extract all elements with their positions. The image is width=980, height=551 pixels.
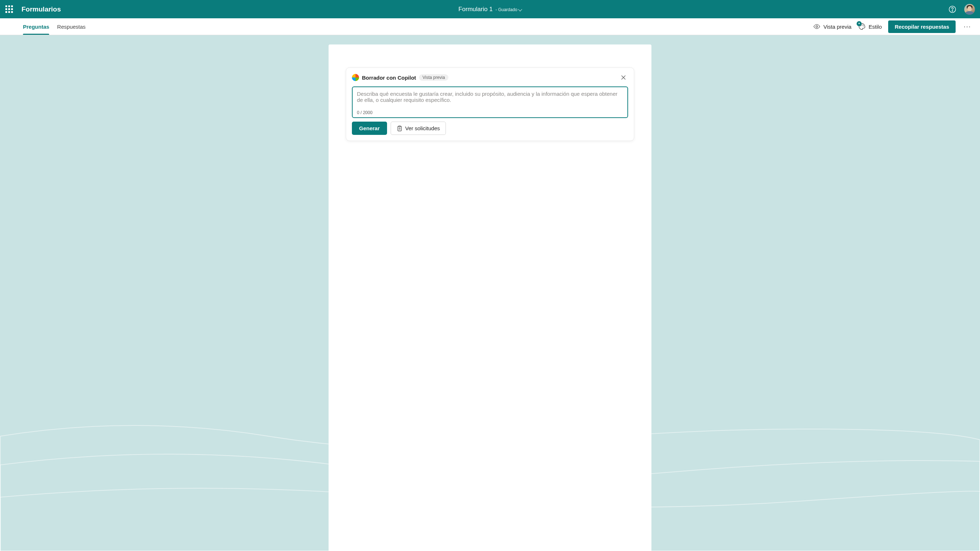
preview-button[interactable]: Vista previa <box>813 23 851 30</box>
chevron-down-icon <box>518 7 522 11</box>
more-options-button[interactable]: ··· <box>962 21 973 32</box>
app-name[interactable]: Formularios <box>22 5 61 13</box>
waffle-icon <box>5 5 13 13</box>
view-prompts-label: Ver solicitudes <box>405 125 440 131</box>
canvas-area: Borrador con Copilot Vista previa 0 / 20… <box>0 35 980 551</box>
view-prompts-button[interactable]: Ver solicitudes <box>391 122 446 135</box>
preview-badge: Vista previa <box>419 74 449 81</box>
svg-point-1 <box>952 10 953 11</box>
form-title: Formulario 1 <box>458 6 493 13</box>
clipboard-icon <box>397 126 402 131</box>
character-count: 0 / 2000 <box>357 110 623 115</box>
save-status-text: - Guardado <box>495 7 517 12</box>
close-icon <box>621 75 626 80</box>
prompt-input-container: 0 / 2000 <box>352 86 628 118</box>
style-button[interactable]: Estilo <box>858 22 882 30</box>
svg-point-4 <box>861 25 862 25</box>
copilot-card: Borrador con Copilot Vista previa 0 / 20… <box>346 67 634 141</box>
save-status: - Guardado <box>495 7 522 12</box>
copilot-title: Borrador con Copilot <box>362 75 416 81</box>
copilot-prompt-input[interactable] <box>357 91 623 108</box>
preview-label: Vista previa <box>823 24 851 30</box>
tab-responses[interactable]: Respuestas <box>57 18 85 35</box>
ellipsis-icon: ··· <box>964 23 971 30</box>
tab-questions[interactable]: Preguntas <box>23 18 49 35</box>
style-label: Estilo <box>869 24 882 30</box>
copilot-logo-icon <box>352 74 359 81</box>
svg-point-5 <box>863 25 864 26</box>
user-avatar[interactable] <box>964 4 975 15</box>
help-icon[interactable] <box>948 5 956 13</box>
svg-rect-6 <box>398 126 401 131</box>
toolbar: Preguntas Respuestas Vista previa <box>0 18 980 35</box>
app-launcher-button[interactable] <box>0 0 18 18</box>
form-title-area[interactable]: Formulario 1 - Guardado <box>458 6 522 13</box>
collect-responses-button[interactable]: Recopilar respuestas <box>888 21 956 33</box>
svg-rect-7 <box>399 126 400 127</box>
generate-button[interactable]: Generar <box>352 122 387 135</box>
close-copilot-button[interactable] <box>619 73 628 82</box>
app-header: Formularios Formulario 1 - Guardado <box>0 0 980 18</box>
sparkle-badge-icon <box>857 21 862 26</box>
eye-icon <box>813 23 820 30</box>
svg-point-2 <box>816 26 818 28</box>
form-canvas: Borrador con Copilot Vista previa 0 / 20… <box>329 45 651 551</box>
